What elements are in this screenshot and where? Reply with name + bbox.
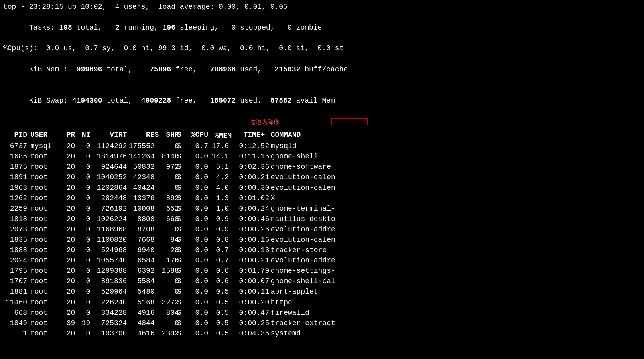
cell-pr: 20 [62, 245, 77, 255]
cell-mem: 1.3 [209, 193, 230, 203]
cell-res: 8808 [124, 214, 153, 224]
cell-pr: 20 [62, 276, 77, 286]
cell-virt: 529964 [93, 286, 124, 297]
cell-shr: 0 [153, 224, 177, 235]
cell-ni: 19 [77, 318, 93, 328]
cell-shr: 3272 [153, 297, 177, 308]
cell-mem: 0.8 [209, 235, 230, 245]
cell-shr: 84 [153, 235, 177, 245]
cell-shr: 0 [153, 318, 177, 328]
cell-cpu: 0.0 [187, 308, 209, 318]
cell-time: 0:00.25 [230, 318, 266, 328]
mem-used: 708968 [210, 65, 236, 73]
cell-user: root [30, 203, 62, 214]
cell-cmd: mysqld [266, 141, 641, 151]
mem-mid1: total, [102, 65, 150, 73]
cell-virt: 1168968 [93, 224, 124, 235]
swap-free: 4009228 [141, 97, 171, 105]
cell-cmd: X [266, 193, 641, 203]
cell-time: 0:00.16 [230, 235, 266, 245]
cell-ni: 0 [77, 286, 93, 297]
cell-pid: 668 [3, 308, 30, 318]
cell-cpu: 0.0 [187, 193, 209, 203]
cell-s: S [177, 286, 187, 297]
cell-shr: 176 [153, 255, 177, 266]
cell-virt: 891836 [93, 276, 124, 286]
cell-cmd: tracker-extract [266, 318, 641, 328]
cell-s: S [177, 266, 187, 276]
cell-res: 4616 [124, 328, 153, 339]
cell-pid: 2073 [3, 224, 30, 235]
cell-shr: 8148 [153, 151, 177, 162]
cell-ni: 0 [77, 151, 93, 162]
cell-pr: 20 [62, 183, 77, 193]
cell-time: 0:04.35 [230, 328, 266, 339]
cell-pr: 20 [62, 162, 77, 172]
cell-pr: 20 [62, 141, 77, 151]
cell-virt: 524968 [93, 245, 124, 255]
cell-ni: 0 [77, 224, 93, 235]
cell-virt: 1100820 [93, 235, 124, 245]
cell-virt: 282448 [93, 193, 124, 203]
cell-pr: 20 [62, 203, 77, 214]
table-row: 1818root 20 0 1026224 8808 668S 0.0 0.9 … [3, 214, 641, 224]
cell-mem: 0.9 [209, 224, 230, 235]
table-row: 1963root 20 0 1202864 40424 0S 0.0 4.0 0… [3, 183, 641, 193]
cell-pr: 20 [62, 266, 77, 276]
col-header-pid: PID [3, 130, 30, 141]
col-header-s: S [177, 130, 187, 141]
cell-pr: 20 [62, 172, 77, 182]
cell-res: 5480 [124, 286, 153, 297]
cell-res: 40424 [124, 183, 153, 193]
cell-pid: 1685 [3, 151, 30, 162]
cell-ni: 0 [77, 235, 93, 245]
cell-virt: 193700 [93, 328, 124, 339]
cell-ni: 0 [77, 203, 93, 214]
col-header-cpu: %CPU [187, 130, 209, 141]
cell-pid: 11460 [3, 297, 30, 308]
table-row: 2024root 20 0 1055740 6584 176S 0.0 0.7 … [3, 255, 641, 266]
cell-res: 6940 [124, 245, 153, 255]
cell-cmd: evolution-calen [266, 235, 641, 245]
table-row: 6737mysql 20 0 1124292 175552 0S 0.717.6… [3, 141, 641, 151]
cell-pid: 6737 [3, 141, 30, 151]
table-row: 1849root 39 19 725324 4844 0S 0.0 0.5 0:… [3, 318, 641, 328]
cell-s: S [177, 224, 187, 235]
cell-user: root [30, 183, 62, 193]
cell-res: 4916 [124, 308, 153, 318]
cell-shr: 28 [153, 245, 177, 255]
cell-time: 0:01.79 [230, 266, 266, 276]
cell-res: 7668 [124, 235, 153, 245]
cell-res: 6584 [124, 255, 153, 266]
mem-label: KiB Mem : [29, 65, 77, 73]
cell-pid: 2024 [3, 255, 30, 266]
cell-cmd: evolution-addre [266, 224, 641, 235]
cell-s: S [177, 214, 187, 224]
col-header-pr: PR [62, 130, 77, 141]
header-line-5: KiB Swap: 4194300 total, 4009228 free, 1… [3, 85, 641, 116]
header-line-2: Tasks: 198 total, 2 running, 196 sleepin… [3, 12, 641, 43]
cell-cpu: 0.0 [187, 224, 209, 235]
cell-user: mysql [30, 141, 62, 151]
cell-time: 0:00.21 [230, 255, 266, 266]
cell-cmd: tracker-store [266, 245, 641, 255]
cell-virt: 1026224 [93, 214, 124, 224]
cell-shr: 668 [153, 214, 177, 224]
cell-time: 0:00.07 [230, 276, 266, 286]
swap-mid4: avail Mem [292, 97, 335, 105]
table-row: 1262root 20 0 282448 13376 892S 0.0 1.3 … [3, 193, 641, 203]
col-header-virt: VIRT [93, 130, 124, 141]
cell-mem: 4.2 [209, 172, 230, 182]
cell-cpu: 0.0 [187, 318, 209, 328]
cell-user: root [30, 255, 62, 266]
annotation-box-top [331, 118, 368, 125]
table-row: 2259root 20 0 726192 10008 652S 0.0 1.0 … [3, 203, 641, 214]
cell-s: S [177, 308, 187, 318]
tasks-mid1: total, [72, 24, 115, 32]
cell-virt: 1814976 [93, 151, 124, 162]
cell-res: 42348 [124, 172, 153, 182]
tasks-label: Tasks: [29, 24, 59, 32]
cell-ni: 0 [77, 162, 93, 172]
swap-mid2: free, [171, 97, 210, 105]
process-table: PID USER PR NI VIRT RES SHR S %CPU %MEM … [3, 130, 641, 339]
